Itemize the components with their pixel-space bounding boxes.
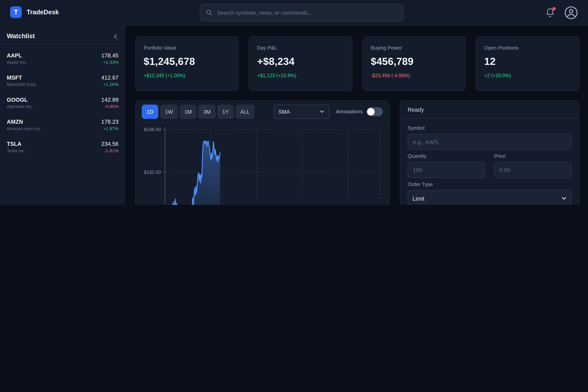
- watchlist-company: Apple Inc.: [7, 60, 27, 65]
- app-logo-icon: T: [10, 6, 22, 18]
- stat-value: 12: [484, 56, 571, 68]
- watchlist-change: -1.81%: [104, 148, 118, 154]
- watchlist-quote: 142.89-0.85%: [101, 96, 118, 109]
- watchlist-item-aapl[interactable]: AAPLApple Inc.178.45+1.33%: [0, 48, 125, 70]
- watchlist-sidebar: Watchlist AAPLApple Inc.178.45+1.33%MSFT…: [0, 26, 125, 205]
- notifications-button[interactable]: [545, 8, 555, 18]
- toggle-knob: [367, 108, 374, 115]
- watchlist-symbol: GOOGL: [7, 96, 33, 103]
- watchlist-item-info: MSFTMicrosoft Corp.: [7, 74, 37, 87]
- stat-change: +$1,123 (+15.8%): [257, 73, 344, 78]
- symbol-label: Symbol: [408, 125, 572, 131]
- search-bar[interactable]: [200, 4, 404, 21]
- price-field[interactable]: [494, 162, 572, 178]
- timeframe-button-1d[interactable]: 1D: [142, 104, 158, 119]
- stat-label: Buying Power: [371, 45, 457, 51]
- watchlist: AAPLApple Inc.178.45+1.33%MSFTMicrosoft …: [0, 48, 125, 158]
- stat-card-portfolio-value: Portfolio Value$1,245,678+$12,345 (+1.00…: [135, 36, 239, 91]
- watchlist-item-amzn[interactable]: AMZNAmazon.com Inc.178.23+1.97%: [0, 114, 125, 136]
- watchlist-company: Microsoft Corp.: [7, 82, 37, 87]
- watchlist-change: +1.97%: [103, 126, 118, 131]
- stat-label: Portfolio Value: [144, 45, 230, 51]
- indicator-value: SMA: [278, 108, 290, 115]
- watchlist-item-info: AMZNAmazon.com Inc.: [7, 118, 41, 131]
- stats-row: Portfolio Value$1,245,678+$12,345 (+1.00…: [135, 36, 580, 91]
- order-type-value: Limit: [412, 195, 424, 202]
- stat-value: $456,789: [371, 56, 457, 68]
- watchlist-header: Watchlist: [0, 26, 125, 48]
- watchlist-symbol: AMZN: [7, 118, 41, 125]
- chevron-down-icon: [320, 109, 324, 114]
- order-status: Ready: [400, 101, 579, 118]
- watchlist-price: 142.89: [101, 96, 118, 103]
- stat-card-buying-power: Buying Power$456,789-$23,456 (-4.88%): [362, 36, 466, 91]
- stat-label: Day P&L: [257, 45, 344, 51]
- watchlist-company: Alphabet Inc.: [7, 104, 33, 109]
- watchlist-quote: 178.23+1.97%: [101, 118, 118, 131]
- watchlist-item-googl[interactable]: GOOGLAlphabet Inc.142.89-0.85%: [0, 92, 125, 114]
- order-form: Symbol Quantity Price Order Type Limit N…: [400, 118, 579, 205]
- timeframe-button-1y[interactable]: 1Y: [217, 104, 234, 119]
- watchlist-price: 234.56: [101, 140, 118, 147]
- avatar-button[interactable]: [564, 6, 578, 20]
- stat-card-day-p-l: Day P&L+$8,234+$1,123 (+15.8%): [248, 36, 352, 91]
- watchlist-quote: 178.45+1.33%: [101, 52, 118, 65]
- notification-badge: [552, 7, 556, 10]
- timeframe-group: 1D1W1M3M1YALL: [142, 104, 254, 119]
- tradedesk-app: T TradeDesk Watchlist AAPLApple Inc.178.…: [0, 0, 588, 205]
- watchlist-item-msft[interactable]: MSFTMicrosoft Corp.412.67+1.26%: [0, 70, 125, 92]
- collapse-chevron-left-icon[interactable]: [113, 34, 118, 39]
- stat-value: +$8,234: [257, 56, 344, 68]
- chart-toolbar: 1D1W1M3M1YALL SMA Annotations: [136, 101, 389, 123]
- annotations-label: Annotations: [336, 109, 362, 114]
- stat-card-open-positions: Open Positions12+2 (+20.0%): [476, 36, 580, 91]
- watchlist-symbol: TSLA: [7, 140, 26, 147]
- watchlist-change: -0.85%: [104, 104, 118, 109]
- watchlist-price: 178.23: [101, 118, 118, 125]
- stat-change: -$23,456 (-4.88%): [371, 73, 457, 78]
- quantity-field[interactable]: [408, 162, 485, 178]
- watchlist-symbol: AAPL: [7, 52, 27, 58]
- watchlist-item-info: GOOGLAlphabet Inc.: [7, 96, 33, 109]
- watchlist-symbol: MSFT: [7, 74, 37, 81]
- quantity-label: Quantity: [408, 154, 485, 159]
- timeframe-button-all[interactable]: ALL: [236, 104, 254, 119]
- watchlist-price: 178.45: [101, 52, 118, 58]
- order-panel: Ready Symbol Quantity Price Order Type L…: [400, 100, 580, 205]
- watchlist-quote: 234.56-1.81%: [101, 140, 118, 153]
- timeframe-button-3m[interactable]: 3M: [198, 104, 216, 119]
- watchlist-company: Tesla Inc.: [7, 148, 26, 154]
- stat-change: +$12,345 (+1.00%): [144, 73, 230, 78]
- topbar: T TradeDesk: [0, 0, 588, 26]
- svg-text:$182.50: $182.50: [144, 170, 161, 175]
- order-type-label: Order Type: [408, 182, 572, 187]
- watchlist-company: Amazon.com Inc.: [7, 126, 41, 131]
- stat-value: $1,245,678: [144, 56, 230, 68]
- app-name: TradeDesk: [27, 8, 59, 16]
- topbar-actions: [545, 0, 578, 26]
- annotations-toggle[interactable]: [366, 107, 383, 116]
- search-input[interactable]: [216, 9, 398, 16]
- price-label: Price: [494, 154, 572, 159]
- order-type-select[interactable]: Limit: [408, 190, 572, 205]
- user-avatar-icon: [564, 6, 578, 20]
- brand: T TradeDesk: [10, 6, 59, 18]
- price-chart[interactable]: $186.00$182.50$179.50$176.5002:25 PM04:1…: [136, 123, 390, 205]
- chevron-down-icon: [561, 196, 567, 201]
- symbol-field[interactable]: [408, 134, 572, 150]
- indicator-select[interactable]: SMA: [274, 104, 329, 119]
- watchlist-item-info: TSLATesla Inc.: [7, 140, 26, 153]
- watchlist-item-info: AAPLApple Inc.: [7, 52, 27, 65]
- watchlist-title: Watchlist: [7, 32, 35, 40]
- chart-panel: 1D1W1M3M1YALL SMA Annotations $186.00$18…: [135, 100, 390, 205]
- timeframe-button-1m[interactable]: 1M: [180, 104, 196, 119]
- watchlist-change: +1.33%: [103, 60, 118, 65]
- svg-text:$186.00: $186.00: [144, 127, 161, 132]
- watchlist-quote: 412.67+1.26%: [101, 74, 118, 87]
- timeframe-button-1w[interactable]: 1W: [160, 104, 178, 119]
- watchlist-change: +1.26%: [103, 82, 118, 87]
- watchlist-item-tsla[interactable]: TSLATesla Inc.234.56-1.81%: [0, 136, 125, 158]
- search-icon: [206, 9, 212, 16]
- stat-change: +2 (+20.0%): [484, 73, 571, 78]
- stat-label: Open Positions: [484, 45, 571, 51]
